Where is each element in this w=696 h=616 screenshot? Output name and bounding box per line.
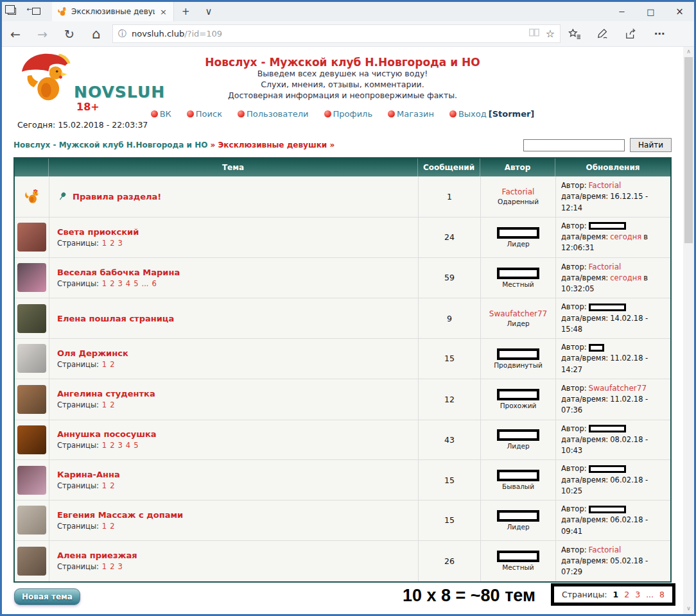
scroll-down-icon[interactable]: ∨: [683, 605, 694, 612]
more-options-icon[interactable]: ⋯: [645, 28, 674, 40]
favorite-star-icon[interactable]: ☆: [546, 28, 555, 40]
pagination-page-link[interactable]: 8: [659, 590, 665, 599]
page-link[interactable]: 1: [102, 360, 107, 369]
search-button[interactable]: Найти: [630, 138, 672, 152]
header-icon-col: [15, 158, 49, 176]
topic-link[interactable]: Карина-Анна: [57, 470, 120, 479]
update-date-line: дата/время:08.02.18 - 10:43: [561, 434, 665, 457]
reading-view-icon[interactable]: [529, 28, 539, 39]
author-link[interactable]: Swaufatcher77: [489, 309, 547, 318]
updates-cell: Автор:Swaufatcher77дата/время:11.02.18 -…: [555, 379, 670, 420]
site-info-icon[interactable]: ⓘ: [118, 28, 126, 40]
page-link[interactable]: 3: [118, 239, 123, 248]
forward-icon[interactable]: →: [29, 27, 56, 41]
address-bar[interactable]: ⓘ novsluh.club/?id=109 ☆: [112, 24, 561, 43]
pagination-page-link[interactable]: 3: [635, 590, 640, 599]
page-link[interactable]: 3: [118, 562, 123, 571]
author-rank: Местный: [502, 280, 534, 288]
site-logo[interactable]: NOVSLUH 18+: [12, 49, 179, 125]
page-link[interactable]: 1: [102, 441, 107, 450]
page-link[interactable]: 1: [102, 400, 107, 409]
page-link[interactable]: 2: [110, 239, 114, 248]
page-link[interactable]: 1: [102, 522, 107, 531]
search-input[interactable]: [523, 139, 625, 151]
messages-count: 59: [418, 258, 480, 298]
page-link[interactable]: 5: [134, 441, 138, 450]
page-link[interactable]: 2: [110, 279, 114, 288]
topic-link[interactable]: Правила раздела!: [73, 192, 161, 201]
nav-link-поиск[interactable]: Поиск: [187, 109, 222, 119]
topic-link[interactable]: Аннушка пососушка: [57, 429, 157, 439]
page-link[interactable]: 2: [110, 481, 114, 490]
nav-link-магазин[interactable]: Магазин: [388, 109, 434, 119]
page-link[interactable]: 1: [102, 481, 107, 490]
topic-link[interactable]: Алена приезжая: [57, 551, 137, 560]
nav-link-пользователи[interactable]: Пользователи: [238, 109, 309, 119]
new-tab-button[interactable]: +: [174, 6, 198, 17]
page-link[interactable]: 1: [102, 239, 107, 248]
topic-link[interactable]: Ангелина студентка: [57, 389, 155, 398]
window-controls: ─ □ ×: [607, 2, 694, 21]
author-cell: Лидер: [480, 420, 555, 460]
minimize-button[interactable]: ─: [607, 2, 636, 21]
share-icon[interactable]: [617, 28, 645, 40]
page-scrollbar[interactable]: ∧ ∨: [683, 47, 694, 614]
annotate-pen-icon[interactable]: [589, 28, 617, 40]
red-ball-icon: [324, 110, 331, 117]
breadcrumb-section-link[interactable]: Эксклюзивные девушки: [218, 141, 327, 150]
topic-link[interactable]: Света приокский: [57, 227, 139, 237]
nav-link-logout[interactable]: Выход [Stormer]: [449, 109, 534, 119]
author-rank: Лидер: [507, 240, 529, 248]
new-topic-button[interactable]: Новая тема: [14, 588, 80, 605]
maximize-button[interactable]: □: [636, 2, 665, 21]
browser-tab[interactable]: Эксклюзивные девушк ×: [52, 2, 174, 21]
breadcrumb-root-link[interactable]: Новслух - Мужской клуб Н.Новгорода и НО: [13, 141, 207, 150]
page-link[interactable]: 4: [126, 441, 130, 450]
page-link[interactable]: 2: [110, 400, 114, 409]
topic-avatar: [17, 425, 46, 454]
topic-link[interactable]: Евгения Массаж с допами: [57, 510, 183, 520]
updates-cell: Автор:Factorialдата/время:05.02.18 - 07:…: [555, 541, 670, 581]
topic-avatar: [17, 263, 46, 292]
home-icon[interactable]: ⌂: [83, 26, 110, 42]
scrollbar-thumb[interactable]: [684, 57, 693, 243]
page-link[interactable]: 2: [110, 441, 114, 450]
page-link[interactable]: 5: [134, 279, 138, 288]
page-link[interactable]: 1: [102, 562, 107, 571]
update-author-line: Автор:: [561, 463, 665, 474]
nav-link-профиль[interactable]: Профиль: [324, 109, 373, 119]
page-link[interactable]: 1: [102, 279, 107, 288]
author-rank: Продвинутый: [494, 361, 543, 369]
author-link[interactable]: Factorial: [502, 187, 535, 196]
close-button[interactable]: ×: [665, 2, 694, 21]
topic-link[interactable]: Оля Держинск: [57, 348, 128, 358]
topic-link[interactable]: Елена пошлая страница: [57, 314, 174, 323]
topic-avatar-cell: [15, 339, 49, 379]
table-row: Правила раздела!1FactorialОдаренныйАвтор…: [15, 176, 670, 217]
breadcrumb-row: Новслух - Мужской клуб Н.Новгорода и НО …: [13, 138, 672, 152]
set-tabs-aside-icon[interactable]: [26, 6, 46, 17]
update-author-link[interactable]: Factorial: [589, 181, 622, 190]
update-author-link[interactable]: Factorial: [589, 262, 622, 271]
back-icon[interactable]: ←: [2, 27, 29, 41]
topic-link[interactable]: Веселая бабочка Марина: [57, 268, 180, 277]
tab-list-chevron-icon[interactable]: ∨: [198, 6, 220, 17]
forum-table: Тема Сообщений Автор Обновления Правила …: [13, 157, 672, 583]
redacted-author-box: [497, 429, 539, 441]
update-author-link[interactable]: Factorial: [589, 545, 622, 554]
page-link[interactable]: 2: [110, 562, 114, 571]
page-link[interactable]: 4: [126, 279, 130, 288]
page-link[interactable]: 6: [152, 279, 156, 288]
page-link[interactable]: 3: [118, 279, 123, 288]
refresh-icon[interactable]: ↻: [56, 27, 83, 41]
scroll-up-icon[interactable]: ∧: [683, 48, 694, 55]
update-author-link[interactable]: Swaufatcher77: [589, 384, 647, 393]
page-link[interactable]: 2: [110, 360, 114, 369]
page-link[interactable]: 2: [110, 522, 114, 531]
tab-preview-icon[interactable]: [2, 6, 21, 17]
breadcrumb-separator: »: [211, 141, 216, 150]
hub-favorites-icon[interactable]: [561, 28, 589, 40]
pagination-page-link[interactable]: 2: [624, 590, 629, 599]
tab-close-icon[interactable]: ×: [159, 7, 168, 17]
page-link[interactable]: 3: [118, 441, 123, 450]
